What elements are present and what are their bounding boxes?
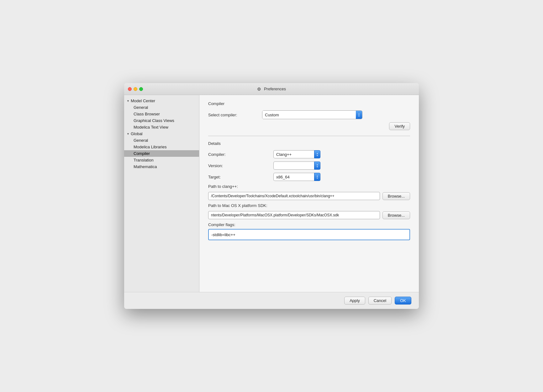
sidebar-item-class-browser[interactable]: Class Browser [124, 111, 199, 117]
sidebar-group-global[interactable]: ▼ Global [124, 130, 199, 137]
sidebar-group-model-center[interactable]: ▼ Model Center [124, 98, 199, 104]
verify-button[interactable]: Verify [389, 122, 410, 130]
cancel-button[interactable]: Cancel [368, 297, 392, 305]
compiler-flags-label: Compiler flags: [208, 222, 410, 227]
sidebar-item-modelica-libraries[interactable]: Modelica Libraries [124, 144, 199, 150]
compiler-flags-input[interactable] [208, 229, 410, 240]
down-chevron-icon: ▼ [316, 177, 318, 179]
minimize-button[interactable] [134, 87, 137, 91]
browse-clang-button[interactable]: Browse... [382, 192, 410, 200]
details-title: Details [208, 141, 410, 146]
version-dropdown[interactable] [273, 162, 314, 170]
close-button[interactable] [128, 87, 132, 91]
details-section: Details Compiler: Clang++ ▲ ▼ [208, 136, 410, 243]
compiler-row: Compiler: Clang++ ▲ ▼ [208, 150, 410, 158]
target-stepper[interactable]: ▲ ▼ [314, 173, 320, 181]
down-chevron-icon: ▼ [316, 155, 318, 156]
compiler-dropdown[interactable]: Clang++ [273, 150, 314, 158]
sidebar-item-model-center-general[interactable]: General [124, 104, 199, 111]
ok-button[interactable]: OK [395, 297, 411, 305]
sidebar-item-global-general[interactable]: General [124, 137, 199, 144]
version-stepper[interactable]: ▲ ▼ [314, 162, 320, 170]
gear-icon: ⚙ [257, 87, 262, 92]
path-clang-row: Browse... [208, 192, 410, 200]
sidebar-item-mathematica[interactable]: Mathematica [124, 163, 199, 170]
preferences-window: ⚙ Preferences ▼ Model Center General Cla… [124, 83, 419, 309]
traffic-lights [128, 87, 143, 91]
up-chevron-icon: ▲ [316, 152, 318, 154]
select-compiler-label: Select compiler: [208, 113, 258, 117]
path-clang-label: Path to clang++: [208, 184, 271, 189]
sidebar-item-graphical-class-views[interactable]: Graphical Class Views [124, 117, 199, 124]
up-arrow-icon: ▲ [358, 113, 360, 115]
sidebar-group-label: Model Center [131, 98, 155, 103]
compiler-label: Compiler: [208, 152, 271, 157]
path-clang-input[interactable] [208, 192, 380, 200]
sidebar-item-compiler[interactable]: Compiler [124, 150, 199, 157]
path-sdk-row: Browse... [208, 211, 410, 219]
up-chevron-icon: ▲ [316, 175, 318, 177]
section-title: Compiler [208, 101, 410, 106]
apply-button[interactable]: Apply [344, 297, 365, 305]
target-row: Target: x86_64 ▲ ▼ [208, 173, 410, 181]
window-title: Preferences [264, 87, 286, 91]
target-label: Target: [208, 175, 271, 179]
bottom-bar: Apply Cancel OK [124, 292, 419, 309]
path-sdk-label: Path to Mac OS X platform SDK: [208, 203, 271, 208]
compiler-select-input[interactable] [262, 111, 356, 119]
target-select-wrapper: x86_64 ▲ ▼ [273, 173, 320, 181]
right-panel: Compiler Select compiler: ▲ ▼ Verify Det… [199, 95, 419, 292]
path-clang-label-row: Path to clang++: [208, 184, 410, 189]
down-arrow-icon: ▼ [358, 115, 360, 117]
browse-sdk-button[interactable]: Browse... [382, 211, 410, 219]
path-sdk-label-row: Path to Mac OS X platform SDK: [208, 203, 410, 208]
triangle-icon: ▼ [127, 132, 129, 135]
triangle-icon: ▼ [127, 99, 129, 103]
sidebar: ▼ Model Center General Class Browser Gra… [124, 95, 199, 292]
compiler-select-arrows[interactable]: ▲ ▼ [356, 111, 362, 119]
maximize-button[interactable] [139, 87, 143, 91]
select-compiler-row: Select compiler: ▲ ▼ [208, 110, 410, 119]
version-label: Version: [208, 163, 271, 168]
titlebar-title: ⚙ Preferences [257, 87, 286, 92]
main-content: ▼ Model Center General Class Browser Gra… [124, 95, 419, 292]
verify-row: Verify [208, 122, 410, 130]
path-sdk-input[interactable] [208, 211, 380, 219]
version-select-wrapper: ▲ ▼ [273, 162, 320, 170]
up-chevron-icon: ▲ [316, 164, 318, 166]
sidebar-item-translation[interactable]: Translation [124, 157, 199, 163]
compiler-stepper[interactable]: ▲ ▼ [314, 150, 320, 158]
titlebar: ⚙ Preferences [124, 83, 419, 95]
compiler-select-wrapper: Clang++ ▲ ▼ [273, 150, 320, 158]
compiler-select-combo: ▲ ▼ [262, 110, 362, 119]
sidebar-group-global-label: Global [131, 131, 143, 136]
sidebar-item-modelica-text-view[interactable]: Modelica Text View [124, 124, 199, 130]
version-row: Version: ▲ ▼ [208, 162, 410, 170]
down-chevron-icon: ▼ [316, 166, 318, 168]
flags-row: Compiler flags: [208, 222, 410, 240]
target-dropdown[interactable]: x86_64 [273, 173, 314, 181]
